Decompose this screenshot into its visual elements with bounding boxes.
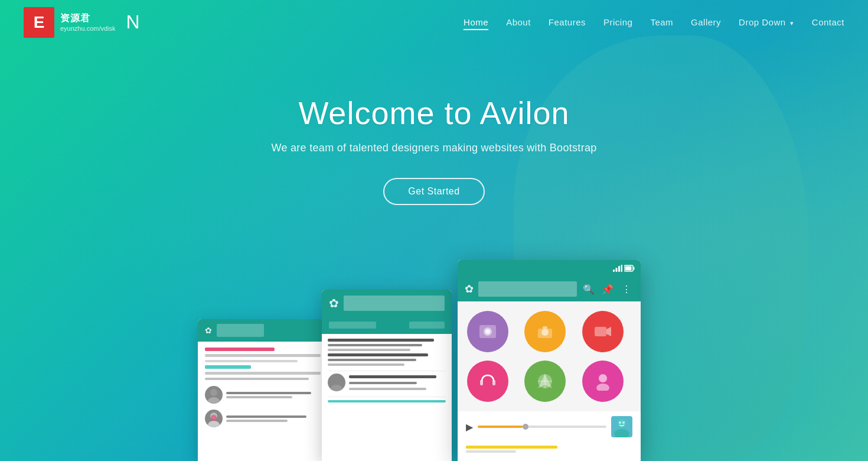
logo-text-group: 资源君 eyunzhu.com/vdisk [60, 12, 116, 32]
navbar: E 资源君 eyunzhu.com/vdisk N Home About Fea… [0, 0, 868, 44]
nav-item-home[interactable]: Home [464, 17, 488, 28]
nav-logo-group: E 资源君 eyunzhu.com/vdisk N [24, 7, 141, 38]
screen-middle-header: ✿ [322, 290, 452, 316]
screen-right-header: ✿ 🔍 📌 ⋮ [458, 277, 641, 301]
m-bar-3 [328, 349, 410, 351]
svg-rect-21 [480, 380, 483, 385]
svg-rect-7 [613, 270, 615, 272]
app-icon-photo [467, 311, 508, 352]
music-avatar [611, 416, 632, 437]
screen-middle-search-bar [344, 296, 445, 311]
svg-point-26 [599, 374, 607, 382]
svg-point-31 [622, 421, 625, 424]
svg-rect-19 [595, 327, 606, 336]
left-bar-cyan [205, 365, 251, 369]
nav-link-pricing[interactable]: Pricing [603, 14, 632, 30]
app-icon-video [582, 311, 624, 352]
play-icon: ▶ [466, 421, 473, 433]
nav-link-team[interactable]: Team [650, 14, 673, 30]
svg-point-3 [208, 421, 220, 427]
nav-link-gallery[interactable]: Gallery [691, 14, 721, 30]
mockup-container: ✿ [198, 260, 670, 461]
nav-link-features[interactable]: Features [549, 14, 586, 30]
bottom-bar-light [466, 450, 516, 453]
svg-rect-13 [625, 267, 632, 271]
screen-right-logo-icon: ✿ [465, 283, 474, 296]
nav-item-team[interactable]: Team [650, 17, 673, 28]
left-avatar-lines [226, 392, 321, 398]
screen-left-body [198, 342, 328, 433]
nav-link-about[interactable]: About [506, 14, 531, 30]
camera-icon [536, 322, 554, 341]
nav-link-contact[interactable]: Contact [812, 14, 844, 30]
left-bar-gray-4 [205, 378, 309, 380]
m-a1-l1 [349, 375, 436, 378]
svg-point-0 [210, 389, 217, 396]
logo-icon: E [24, 7, 54, 38]
hero-title: Welcome to Avilon [271, 95, 596, 131]
app-icon-map [524, 361, 566, 402]
bottom-bar-wrap [458, 442, 641, 456]
svg-point-27 [596, 384, 609, 391]
music-player-strip: ▶ [458, 411, 641, 442]
nav-item-pricing[interactable]: Pricing [603, 17, 632, 28]
left-avatar-2-lines [226, 415, 321, 422]
app-icon-headphone [467, 361, 508, 402]
m-a1-l2 [349, 382, 417, 384]
svg-point-1 [208, 397, 220, 404]
screen-right-statusbar [458, 260, 641, 277]
nav-item-contact[interactable]: Contact [812, 17, 844, 28]
svg-marker-20 [606, 327, 611, 336]
m-bottom-bars [328, 397, 446, 402]
screen-middle-logo-icon: ✿ [329, 296, 339, 310]
m-avatar-1 [328, 374, 345, 391]
map-icon [534, 371, 556, 392]
signal-icons [613, 265, 635, 272]
sub-bar-2 [409, 322, 445, 329]
nav-item-gallery[interactable]: Gallery [691, 17, 721, 28]
left-avatar-1 [205, 386, 223, 404]
app-icon-grid [458, 301, 641, 411]
nav-item-about[interactable]: About [506, 17, 531, 28]
screen-right-pin-icon: 📌 [601, 282, 615, 296]
m-bar-6 [328, 363, 404, 366]
svg-rect-12 [634, 267, 635, 270]
m-bar-1 [328, 339, 434, 342]
svg-rect-9 [618, 266, 620, 272]
screen-right-search-icon: 🔍 [582, 282, 596, 296]
nav-item-features[interactable]: Features [549, 17, 586, 28]
m-avatar-row-1 [328, 371, 446, 391]
wifi-icon [613, 265, 622, 272]
left-bar-gray-3 [205, 372, 321, 375]
screen-middle-subheader [322, 316, 452, 334]
svg-point-5 [333, 376, 340, 384]
svg-rect-10 [621, 265, 623, 272]
progress-track [478, 426, 606, 428]
hero-content: Welcome to Avilon We are team of talente… [271, 95, 596, 205]
headphone-icon [478, 372, 497, 391]
hero-cta-button[interactable]: Get Started [383, 178, 484, 205]
nav-link-dropdown[interactable]: Drop Down ▾ [739, 14, 794, 30]
m-bar-5 [328, 359, 416, 361]
nav-links: Home About Features Pricing Team Gallery… [464, 17, 844, 28]
m-avatar-1-lines [349, 375, 446, 390]
m-bar-4 [328, 353, 428, 356]
music-avatar-art [611, 416, 632, 437]
logo-brand-letter: N [126, 11, 141, 33]
screen-middle: ✿ [322, 290, 452, 461]
logo-sub-url: eyunzhu.com/vdisk [60, 25, 116, 32]
nav-item-dropdown[interactable]: Drop Down ▾ [739, 17, 794, 28]
left-bar-gray-1 [205, 354, 321, 357]
photo-icon [478, 322, 497, 341]
svg-point-4 [211, 415, 217, 421]
dropdown-arrow-icon: ▾ [790, 20, 794, 27]
m-teal-bar [328, 400, 446, 402]
svg-point-16 [485, 329, 490, 334]
nav-link-home[interactable]: Home [464, 14, 488, 30]
left-avatar-2 [205, 410, 223, 427]
m-a1-l3 [349, 388, 426, 390]
screen-left-tab-bar [217, 324, 264, 337]
bottom-bar-yellow [466, 446, 557, 449]
left-avatar-line-2 [226, 396, 292, 398]
svg-rect-8 [616, 268, 618, 272]
